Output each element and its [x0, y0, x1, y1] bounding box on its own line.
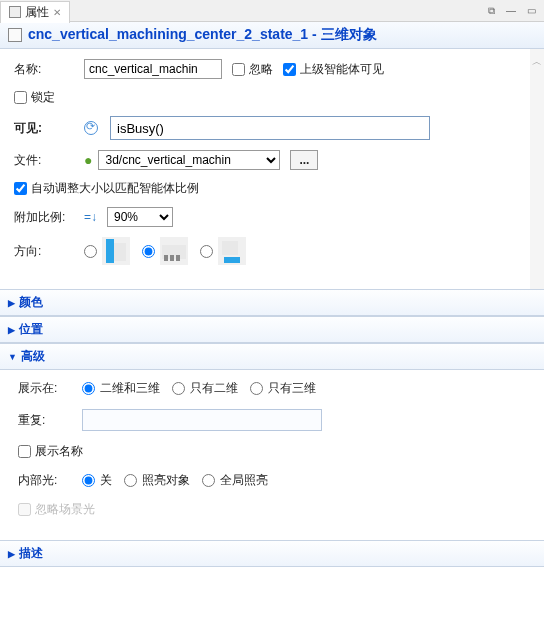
showin-label: 展示在: — [18, 380, 82, 397]
light-global[interactable]: 全局照亮 — [202, 472, 268, 489]
orientation-thumb-2 — [160, 237, 188, 265]
showin-both[interactable]: 二维和三维 — [82, 380, 160, 397]
visible-label: 可见: — [14, 120, 84, 137]
minimize-icon[interactable]: — — [502, 3, 520, 19]
main-panel: 名称: 忽略 上级智能体可见 锁定 可见: 文件: ● 3d/cnc_verti… — [0, 49, 530, 289]
scrollbar[interactable]: ︿ — [530, 49, 544, 289]
light-object[interactable]: 照亮对象 — [124, 472, 190, 489]
visible-parent-check[interactable] — [283, 63, 296, 76]
ignore-ambient-label: 忽略场景光 — [35, 501, 95, 518]
name-input[interactable] — [84, 59, 222, 79]
file-select[interactable]: 3d/cnc_vertical_machin — [98, 150, 280, 170]
showin-2d[interactable]: 只有二维 — [172, 380, 238, 397]
ignore-ambient-checkbox: 忽略场景光 — [18, 501, 95, 518]
reset-icon[interactable] — [84, 121, 98, 135]
ignore-ambient-check — [18, 503, 31, 516]
ignore-checkbox[interactable]: 忽略 — [232, 61, 273, 78]
section-position-label: 位置 — [19, 321, 43, 338]
tab-title: 属性 — [25, 4, 49, 21]
object-icon — [8, 28, 22, 42]
orientation-2[interactable] — [142, 237, 188, 265]
chevron-right-icon: ▶ — [8, 325, 15, 335]
orientation-thumb-1 — [102, 237, 130, 265]
showname-check[interactable] — [18, 445, 31, 458]
chevron-right-icon: ▶ — [8, 549, 15, 559]
showin-radio-both[interactable] — [82, 382, 95, 395]
section-advanced[interactable]: ▼ 高级 — [0, 343, 544, 370]
orientation-radio-2[interactable] — [142, 245, 155, 258]
showin-radio-3d[interactable] — [250, 382, 263, 395]
visible-parent-checkbox[interactable]: 上级智能体可见 — [283, 61, 384, 78]
equals-icon[interactable]: =↓ — [84, 210, 97, 224]
close-tab-icon[interactable]: ✕ — [53, 7, 61, 18]
titlebar: 属性 ✕ ⧉ — ▭ — [0, 0, 544, 22]
autoscale-label: 自动调整大小以匹配智能体比例 — [31, 180, 199, 197]
orientation-radio-1[interactable] — [84, 245, 97, 258]
orientation-3[interactable] — [200, 237, 246, 265]
section-color-label: 颜色 — [19, 294, 43, 311]
scale-select[interactable]: 90% — [107, 207, 173, 227]
autoscale-checkbox[interactable]: 自动调整大小以匹配智能体比例 — [14, 180, 199, 197]
section-position[interactable]: ▶ 位置 — [0, 316, 544, 343]
orientation-thumb-3 — [218, 237, 246, 265]
ignore-check[interactable] — [232, 63, 245, 76]
scroll-up-icon[interactable]: ︿ — [532, 55, 542, 69]
light-radio-global[interactable] — [202, 474, 215, 487]
chevron-right-icon: ▶ — [8, 298, 15, 308]
lock-checkbox[interactable]: 锁定 — [14, 89, 55, 106]
header: cnc_vertical_machining_center_2_state_1 … — [0, 22, 544, 49]
file-bullet-icon: ● — [84, 152, 92, 168]
showin-3d[interactable]: 只有三维 — [250, 380, 316, 397]
showname-label: 展示名称 — [35, 443, 83, 460]
restore-icon[interactable]: ⧉ — [482, 3, 500, 19]
light-label: 内部光: — [18, 472, 82, 489]
window-buttons: ⧉ — ▭ — [482, 3, 544, 19]
section-advanced-label: 高级 — [21, 348, 45, 365]
name-label: 名称: — [14, 61, 84, 78]
light-radio-object[interactable] — [124, 474, 137, 487]
section-color[interactable]: ▶ 颜色 — [0, 289, 544, 316]
light-radio-off[interactable] — [82, 474, 95, 487]
visible-expression-input[interactable] — [110, 116, 430, 140]
page-title: cnc_vertical_machining_center_2_state_1 … — [28, 26, 377, 44]
visible-parent-label: 上级智能体可见 — [300, 61, 384, 78]
lock-label: 锁定 — [31, 89, 55, 106]
ignore-label: 忽略 — [249, 61, 273, 78]
properties-tab[interactable]: 属性 ✕ — [0, 1, 70, 23]
chevron-down-icon: ▼ — [8, 352, 17, 362]
showin-radio-2d[interactable] — [172, 382, 185, 395]
advanced-body: 展示在: 二维和三维 只有二维 只有三维 重复: 展示名称 内部光: 关 — [0, 370, 544, 540]
repeat-input[interactable] — [82, 409, 322, 431]
orientation-1[interactable] — [84, 237, 130, 265]
lock-check[interactable] — [14, 91, 27, 104]
orientation-radio-3[interactable] — [200, 245, 213, 258]
browse-button[interactable]: ... — [290, 150, 318, 170]
scale-label: 附加比例: — [14, 209, 84, 226]
file-label: 文件: — [14, 152, 84, 169]
section-description[interactable]: ▶ 描述 — [0, 540, 544, 567]
tab-icon — [9, 6, 21, 18]
showname-checkbox[interactable]: 展示名称 — [18, 443, 83, 460]
maximize-icon[interactable]: ▭ — [522, 3, 540, 19]
section-description-label: 描述 — [19, 545, 43, 562]
orientation-label: 方向: — [14, 243, 84, 260]
autoscale-check[interactable] — [14, 182, 27, 195]
repeat-label: 重复: — [18, 412, 82, 429]
light-off[interactable]: 关 — [82, 472, 112, 489]
